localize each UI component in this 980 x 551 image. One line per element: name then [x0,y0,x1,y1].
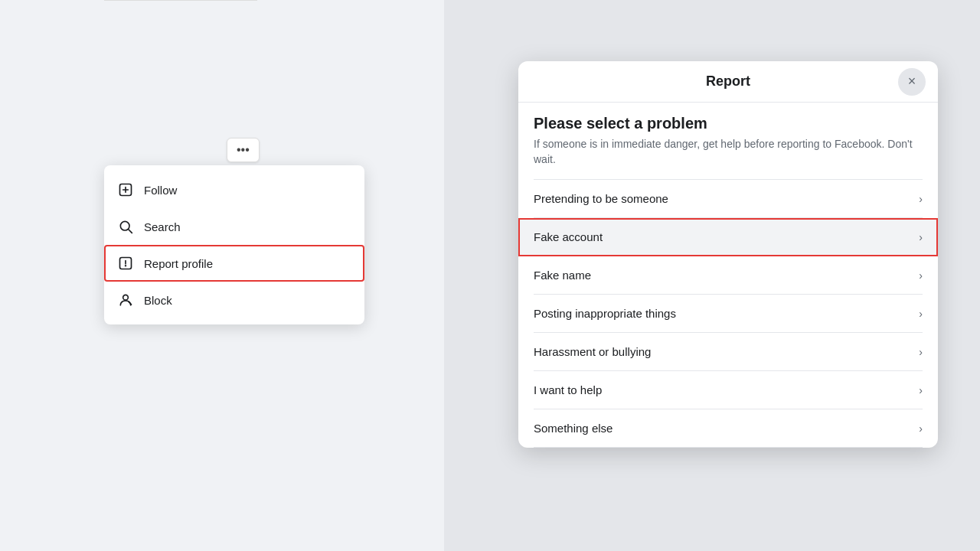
report-option-something-else[interactable]: Something else › [534,409,923,448]
search-icon [116,217,135,236]
follow-icon [116,181,135,199]
problem-subtitle: If someone is in immediate danger, get h… [534,137,923,167]
report-modal: Report × Please select a problem If some… [518,61,938,448]
option-label-fake-name: Fake name [534,269,591,282]
menu-item-follow[interactable]: Follow [104,171,364,208]
chevron-icon-help: › [919,384,923,396]
modal-body: Please select a problem If someone is in… [518,103,938,448]
svg-point-8 [123,295,129,300]
menu-item-block[interactable]: Block [104,282,364,318]
option-label-pretending: Pretending to be someone [534,192,668,205]
block-icon [116,291,135,309]
three-dots-button[interactable]: ••• [227,138,260,162]
report-option-help[interactable]: I want to help › [534,371,923,409]
option-label-help: I want to help [534,383,602,396]
report-profile-label: Report profile [144,257,213,270]
option-label-something-else: Something else [534,422,612,435]
report-option-fake-name[interactable]: Fake name › [534,256,923,295]
chevron-icon-fake-account: › [919,231,923,243]
follow-label: Follow [144,184,177,197]
menu-item-search[interactable]: Search [104,208,364,245]
chevron-icon-pretending: › [919,193,923,205]
modal-close-button[interactable]: × [898,68,926,96]
modal-title: Report [706,73,750,90]
report-icon [116,254,135,272]
profile-divider [104,0,257,1]
chevron-icon-something-else: › [919,422,923,435]
svg-point-7 [126,266,126,266]
report-options-list: Pretending to be someone › Fake account … [534,179,923,448]
context-menu-container: ••• Follow Search [104,138,364,324]
report-option-harassment[interactable]: Harassment or bullying › [534,333,923,371]
modal-header: Report × [518,61,938,103]
chevron-icon-harassment: › [919,346,923,358]
search-label: Search [144,220,181,233]
chevron-icon-inappropriate: › [919,308,923,320]
option-label-inappropriate: Posting inappropriate things [534,307,676,320]
block-label: Block [144,294,172,307]
option-label-fake-account: Fake account [534,230,603,243]
context-menu: Follow Search Report profile [104,165,364,324]
svg-line-4 [129,230,132,233]
option-label-harassment: Harassment or bullying [534,345,651,358]
chevron-icon-fake-name: › [919,269,923,282]
report-option-inappropriate[interactable]: Posting inappropriate things › [534,295,923,333]
report-option-pretending[interactable]: Pretending to be someone › [534,180,923,218]
svg-line-9 [129,302,131,305]
menu-item-report-profile[interactable]: Report profile [104,245,364,282]
problem-title: Please select a problem [534,115,923,132]
report-option-fake-account[interactable]: Fake account › [518,218,938,256]
